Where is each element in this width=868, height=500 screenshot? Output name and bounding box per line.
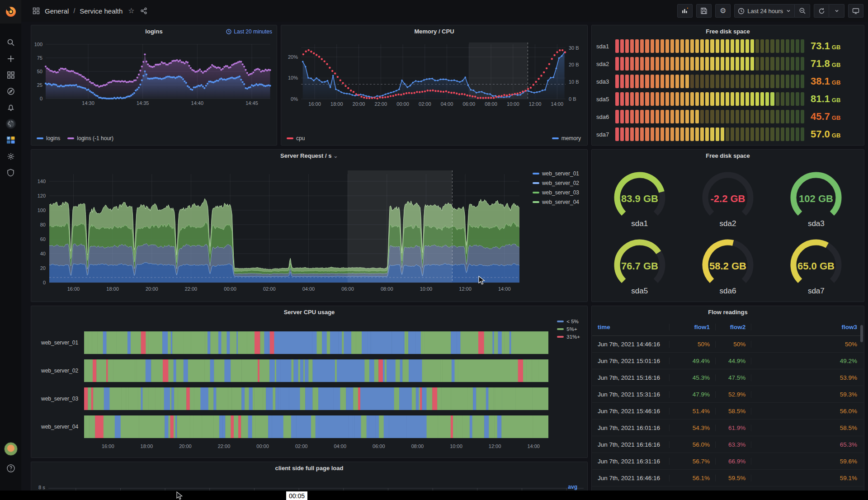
panel-title[interactable]: Server Request / s ⌄ xyxy=(31,152,587,159)
disk-value: 45.7GB xyxy=(811,111,859,123)
tv-kiosk-button[interactable] xyxy=(848,4,863,18)
help-icon[interactable] xyxy=(0,463,21,474)
gauge[interactable]: 83.9 GBsda1 xyxy=(595,164,684,231)
star-icon[interactable]: ☆ xyxy=(127,7,135,15)
cpu-row-bar[interactable] xyxy=(84,387,548,410)
memory-cpu-chart[interactable]: 0%10%20%0 B10 B20 B30 B16:0018:0020:0022… xyxy=(281,37,587,133)
legend-item[interactable]: web_server_04 xyxy=(533,199,579,205)
svg-text:04:00: 04:00 xyxy=(302,286,315,292)
cell-time: Jun 7th, 2021 14:46:16 xyxy=(592,341,670,348)
legend-item[interactable]: web_server_02 xyxy=(533,180,579,186)
column-header-flow3[interactable]: flow3 xyxy=(751,324,863,330)
breadcrumb: General / Service health ☆ xyxy=(32,7,148,15)
breadcrumb-separator: / xyxy=(73,7,75,14)
svg-text:40: 40 xyxy=(40,251,46,256)
clock-icon xyxy=(738,8,745,14)
cell-flow1: 56.0% xyxy=(670,441,716,448)
chevron-down-icon xyxy=(834,8,840,14)
sidebar xyxy=(0,0,21,500)
save-dashboard-button[interactable] xyxy=(696,4,712,18)
dashboard-settings-button[interactable]: ⚙ xyxy=(715,4,731,18)
configuration-gear-icon[interactable] xyxy=(0,148,21,165)
refresh-button[interactable] xyxy=(814,4,829,18)
table-row[interactable]: Jun 7th, 2021 15:46:1651.4%58.5%56.0% xyxy=(592,403,863,420)
gauge[interactable]: 102 GBsda3 xyxy=(772,164,860,231)
disk-cells xyxy=(615,110,804,123)
panel-memory-cpu: Memory / CPU 0%10%20%0 B10 B20 B30 B16:0… xyxy=(281,25,588,146)
svg-text:0: 0 xyxy=(43,280,46,285)
logins-chart[interactable]: 025507510014:3014:3514:4014:45 xyxy=(31,37,277,141)
column-header-flow1[interactable]: flow1 xyxy=(670,324,716,330)
svg-text:20%: 20% xyxy=(288,54,298,60)
mouse-cursor xyxy=(478,276,486,286)
cpu-row-bar[interactable] xyxy=(84,415,548,438)
cpu-row-bar[interactable] xyxy=(84,331,548,354)
panel-title[interactable]: Free disk space xyxy=(592,152,864,159)
table-scrollbar[interactable] xyxy=(860,325,863,342)
svg-text:83.9 GB: 83.9 GB xyxy=(621,193,658,204)
memory-legend-item[interactable]: memory xyxy=(552,135,581,142)
dashboard-grid-icon[interactable] xyxy=(32,7,40,15)
panel-title[interactable]: Free disk space xyxy=(592,28,864,35)
disk-label: sda6 xyxy=(596,113,615,120)
gauge[interactable]: 76.7 GBsda5 xyxy=(595,231,684,299)
panel-title[interactable]: client side full page load xyxy=(31,465,587,472)
svg-text:80: 80 xyxy=(40,222,46,227)
add-panel-button[interactable] xyxy=(677,4,693,18)
share-icon[interactable] xyxy=(140,7,148,15)
create-plus-icon[interactable] xyxy=(0,51,21,67)
cell-flow1: 54.3% xyxy=(670,425,716,431)
breadcrumb-page[interactable]: Service health xyxy=(80,7,123,15)
table-row[interactable]: Jun 7th, 2021 14:46:1650%50%50% xyxy=(592,336,863,353)
cell-flow3: 59.1% xyxy=(751,475,863,481)
dashboards-icon[interactable] xyxy=(0,67,21,83)
svg-text:00:00: 00:00 xyxy=(396,101,409,107)
cpu-row-bar[interactable] xyxy=(84,359,548,382)
panel-title[interactable]: Server CPU usage xyxy=(31,309,587,316)
explore-compass-icon[interactable] xyxy=(0,83,21,99)
alerting-bell-icon[interactable] xyxy=(0,99,21,116)
legend-item[interactable]: web_server_03 xyxy=(533,189,579,196)
traffic-app-icon[interactable] xyxy=(0,132,21,148)
server-admin-shield-icon[interactable] xyxy=(0,165,21,181)
column-header-time[interactable]: time xyxy=(592,324,670,330)
legend-item[interactable]: < 5% xyxy=(557,319,580,324)
cpu-legend-item[interactable]: cpu xyxy=(287,135,305,142)
legend-item[interactable]: logins xyxy=(37,135,60,142)
svg-text:20:00: 20:00 xyxy=(353,101,365,107)
zoom-out-button[interactable] xyxy=(795,4,810,18)
cell-flow2: 50% xyxy=(716,341,751,348)
cell-flow2: 61.9% xyxy=(716,425,751,431)
world-app-icon[interactable] xyxy=(0,116,21,132)
breadcrumb-section[interactable]: General xyxy=(45,7,69,15)
svg-text:58.2 GB: 58.2 GB xyxy=(709,260,746,272)
table-row[interactable]: Jun 7th, 2021 15:16:1645.3%47.5%53.9% xyxy=(592,369,863,386)
table-row[interactable]: Jun 7th, 2021 16:31:1656.7%66.9%59.6% xyxy=(592,453,863,470)
disk-gauge-row: sda757.0GB xyxy=(596,127,859,142)
panel-title[interactable]: Memory / CPU xyxy=(281,28,587,35)
gauge[interactable]: 65.0 GBsda7 xyxy=(772,231,860,299)
user-avatar[interactable] xyxy=(4,442,18,456)
table-row[interactable]: Jun 7th, 2021 16:46:1656.1%59.5%59.1% xyxy=(592,470,863,486)
legend-item[interactable]: logins (-1 hour) xyxy=(67,135,113,142)
table-row[interactable]: Jun 7th, 2021 15:01:1649.4%44.9%49.2% xyxy=(592,353,863,369)
refresh-interval-dropdown[interactable] xyxy=(829,4,844,18)
column-header-flow2[interactable]: flow2 xyxy=(716,324,751,330)
gauge[interactable]: 58.2 GBsda6 xyxy=(684,231,772,299)
time-override-link[interactable]: Last 20 minutes xyxy=(226,28,272,35)
disk-gauge-row: sda173.1GB xyxy=(596,39,859,53)
cell-time: Jun 7th, 2021 16:31:16 xyxy=(592,458,670,465)
table-row[interactable]: Jun 7th, 2021 15:31:1647.9%52.9%59.3% xyxy=(592,386,863,403)
time-range-picker[interactable]: Last 24 hours xyxy=(734,4,795,18)
legend-item[interactable]: web_server_01 xyxy=(533,170,579,177)
gauge[interactable]: -2.2 GBsda2 xyxy=(684,164,772,231)
requests-chart[interactable]: 02040608010012014016:0018:0020:0022:0000… xyxy=(31,161,587,302)
table-row[interactable]: Jun 7th, 2021 16:16:1656.0%63.3%65.3% xyxy=(592,436,863,453)
cell-flow2: 66.9% xyxy=(716,458,751,465)
search-icon[interactable] xyxy=(0,34,21,51)
disk-value: 57.0GB xyxy=(811,128,859,140)
cell-time: Jun 7th, 2021 16:01:16 xyxy=(592,425,670,431)
grafana-logo-icon[interactable] xyxy=(0,0,21,24)
table-row[interactable]: Jun 7th, 2021 16:01:1654.3%61.9%58.5% xyxy=(592,420,863,436)
panel-title[interactable]: Flow readings xyxy=(592,309,864,316)
